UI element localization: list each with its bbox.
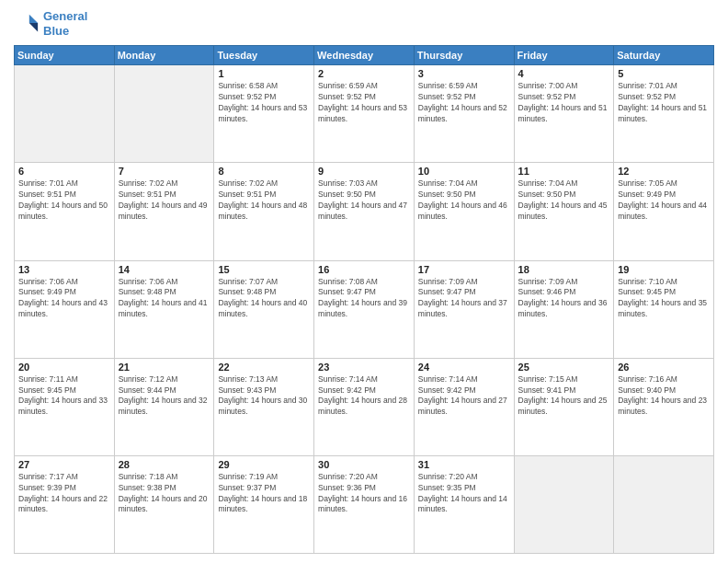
day-number: 18 [518, 264, 610, 275]
calendar-cell: 23Sunrise: 7:14 AM Sunset: 9:42 PM Dayli… [314, 358, 415, 455]
day-number: 14 [119, 264, 210, 275]
calendar-cell: 19Sunrise: 7:10 AM Sunset: 9:45 PM Dayli… [614, 260, 714, 358]
day-number: 11 [518, 166, 610, 177]
day-info: Sunrise: 7:01 AM Sunset: 9:51 PM Dayligh… [18, 178, 110, 223]
calendar-cell: 6Sunrise: 7:01 AM Sunset: 9:51 PM Daylig… [15, 163, 115, 260]
calendar-cell: 27Sunrise: 7:17 AM Sunset: 9:39 PM Dayli… [15, 455, 115, 553]
day-number: 15 [218, 264, 310, 275]
calendar-cell: 2Sunrise: 6:59 AM Sunset: 9:52 PM Daylig… [314, 65, 415, 163]
day-number: 28 [119, 459, 210, 470]
calendar-cell: 9Sunrise: 7:03 AM Sunset: 9:50 PM Daylig… [314, 163, 415, 260]
svg-marker-1 [29, 23, 38, 31]
calendar-week-2: 13Sunrise: 7:06 AM Sunset: 9:49 PM Dayli… [15, 260, 714, 358]
day-info: Sunrise: 7:14 AM Sunset: 9:42 PM Dayligh… [318, 374, 410, 419]
calendar-cell: 25Sunrise: 7:15 AM Sunset: 9:41 PM Dayli… [514, 358, 614, 455]
day-info: Sunrise: 7:20 AM Sunset: 9:36 PM Dayligh… [318, 472, 410, 516]
calendar-header-friday: Friday [514, 46, 614, 65]
day-number: 5 [618, 68, 710, 79]
calendar-cell: 10Sunrise: 7:04 AM Sunset: 9:50 PM Dayli… [414, 163, 514, 260]
logo-text: General Blue [43, 9, 87, 38]
day-info: Sunrise: 7:09 AM Sunset: 9:47 PM Dayligh… [418, 277, 510, 321]
calendar-header-thursday: Thursday [414, 46, 514, 65]
day-info: Sunrise: 7:19 AM Sunset: 9:37 PM Dayligh… [218, 472, 310, 516]
day-info: Sunrise: 7:12 AM Sunset: 9:44 PM Dayligh… [119, 374, 210, 419]
day-info: Sunrise: 7:01 AM Sunset: 9:52 PM Dayligh… [618, 81, 710, 125]
day-info: Sunrise: 7:14 AM Sunset: 9:42 PM Dayligh… [418, 374, 510, 419]
calendar-cell [15, 65, 115, 163]
day-info: Sunrise: 7:17 AM Sunset: 9:39 PM Dayligh… [18, 472, 110, 516]
day-info: Sunrise: 6:59 AM Sunset: 9:52 PM Dayligh… [418, 81, 510, 125]
calendar-cell: 21Sunrise: 7:12 AM Sunset: 9:44 PM Dayli… [114, 358, 214, 455]
day-number: 8 [218, 166, 310, 177]
day-info: Sunrise: 6:58 AM Sunset: 9:52 PM Dayligh… [218, 81, 310, 125]
day-number: 2 [318, 68, 410, 79]
day-number: 21 [119, 362, 210, 373]
day-info: Sunrise: 7:06 AM Sunset: 9:49 PM Dayligh… [18, 277, 110, 321]
day-info: Sunrise: 7:16 AM Sunset: 9:40 PM Dayligh… [618, 374, 710, 419]
day-info: Sunrise: 7:05 AM Sunset: 9:49 PM Dayligh… [618, 178, 710, 223]
calendar-week-4: 27Sunrise: 7:17 AM Sunset: 9:39 PM Dayli… [15, 455, 714, 553]
day-number: 23 [318, 362, 410, 373]
calendar-cell: 26Sunrise: 7:16 AM Sunset: 9:40 PM Dayli… [614, 358, 714, 455]
calendar-cell: 4Sunrise: 7:00 AM Sunset: 9:52 PM Daylig… [514, 65, 614, 163]
day-number: 13 [18, 264, 110, 275]
calendar-cell: 5Sunrise: 7:01 AM Sunset: 9:52 PM Daylig… [614, 65, 714, 163]
day-info: Sunrise: 7:08 AM Sunset: 9:47 PM Dayligh… [318, 277, 410, 321]
day-info: Sunrise: 7:11 AM Sunset: 9:45 PM Dayligh… [18, 374, 110, 419]
calendar-cell [114, 65, 214, 163]
calendar-week-0: 1Sunrise: 6:58 AM Sunset: 9:52 PM Daylig… [15, 65, 714, 163]
calendar-table: SundayMondayTuesdayWednesdayThursdayFrid… [14, 45, 714, 554]
day-number: 20 [18, 362, 110, 373]
calendar-header-saturday: Saturday [614, 46, 714, 65]
day-number: 29 [218, 459, 310, 470]
day-info: Sunrise: 7:18 AM Sunset: 9:38 PM Dayligh… [119, 472, 210, 516]
calendar-cell [614, 455, 714, 553]
calendar-cell: 22Sunrise: 7:13 AM Sunset: 9:43 PM Dayli… [214, 358, 314, 455]
calendar-cell: 30Sunrise: 7:20 AM Sunset: 9:36 PM Dayli… [314, 455, 415, 553]
day-info: Sunrise: 7:10 AM Sunset: 9:45 PM Dayligh… [618, 277, 710, 321]
calendar-cell: 18Sunrise: 7:09 AM Sunset: 9:46 PM Dayli… [514, 260, 614, 358]
calendar-cell: 28Sunrise: 7:18 AM Sunset: 9:38 PM Dayli… [114, 455, 214, 553]
page: General Blue SundayMondayTuesdayWednesda… [0, 0, 728, 563]
calendar-cell: 8Sunrise: 7:02 AM Sunset: 9:51 PM Daylig… [214, 163, 314, 260]
calendar-header-monday: Monday [114, 46, 214, 65]
logo-icon [14, 11, 40, 37]
day-number: 31 [418, 459, 510, 470]
day-number: 6 [18, 166, 110, 177]
calendar-cell: 3Sunrise: 6:59 AM Sunset: 9:52 PM Daylig… [414, 65, 514, 163]
day-info: Sunrise: 6:59 AM Sunset: 9:52 PM Dayligh… [318, 81, 410, 125]
day-number: 10 [418, 166, 510, 177]
calendar-cell: 13Sunrise: 7:06 AM Sunset: 9:49 PM Dayli… [15, 260, 115, 358]
header: General Blue [14, 9, 714, 38]
day-info: Sunrise: 7:00 AM Sunset: 9:52 PM Dayligh… [518, 81, 610, 125]
calendar-week-1: 6Sunrise: 7:01 AM Sunset: 9:51 PM Daylig… [15, 163, 714, 260]
day-number: 7 [119, 166, 210, 177]
day-info: Sunrise: 7:04 AM Sunset: 9:50 PM Dayligh… [418, 178, 510, 223]
day-number: 27 [18, 459, 110, 470]
day-info: Sunrise: 7:20 AM Sunset: 9:35 PM Dayligh… [418, 472, 510, 516]
day-info: Sunrise: 7:15 AM Sunset: 9:41 PM Dayligh… [518, 374, 610, 419]
calendar-cell: 31Sunrise: 7:20 AM Sunset: 9:35 PM Dayli… [414, 455, 514, 553]
day-number: 25 [518, 362, 610, 373]
day-info: Sunrise: 7:02 AM Sunset: 9:51 PM Dayligh… [119, 178, 210, 223]
day-number: 26 [618, 362, 710, 373]
calendar-cell: 12Sunrise: 7:05 AM Sunset: 9:49 PM Dayli… [614, 163, 714, 260]
day-number: 22 [218, 362, 310, 373]
day-number: 16 [318, 264, 410, 275]
day-info: Sunrise: 7:13 AM Sunset: 9:43 PM Dayligh… [218, 374, 310, 419]
day-number: 1 [218, 68, 310, 79]
day-info: Sunrise: 7:09 AM Sunset: 9:46 PM Dayligh… [518, 277, 610, 321]
day-number: 19 [618, 264, 710, 275]
calendar-cell: 29Sunrise: 7:19 AM Sunset: 9:37 PM Dayli… [214, 455, 314, 553]
calendar-cell: 1Sunrise: 6:58 AM Sunset: 9:52 PM Daylig… [214, 65, 314, 163]
calendar-header-row: SundayMondayTuesdayWednesdayThursdayFrid… [15, 46, 714, 65]
calendar-cell: 15Sunrise: 7:07 AM Sunset: 9:48 PM Dayli… [214, 260, 314, 358]
calendar-cell: 20Sunrise: 7:11 AM Sunset: 9:45 PM Dayli… [15, 358, 115, 455]
calendar-cell: 24Sunrise: 7:14 AM Sunset: 9:42 PM Dayli… [414, 358, 514, 455]
calendar-cell: 17Sunrise: 7:09 AM Sunset: 9:47 PM Dayli… [414, 260, 514, 358]
calendar-cell: 14Sunrise: 7:06 AM Sunset: 9:48 PM Dayli… [114, 260, 214, 358]
svg-marker-0 [29, 14, 38, 22]
day-number: 4 [518, 68, 610, 79]
day-info: Sunrise: 7:06 AM Sunset: 9:48 PM Dayligh… [119, 277, 210, 321]
calendar-cell: 7Sunrise: 7:02 AM Sunset: 9:51 PM Daylig… [114, 163, 214, 260]
